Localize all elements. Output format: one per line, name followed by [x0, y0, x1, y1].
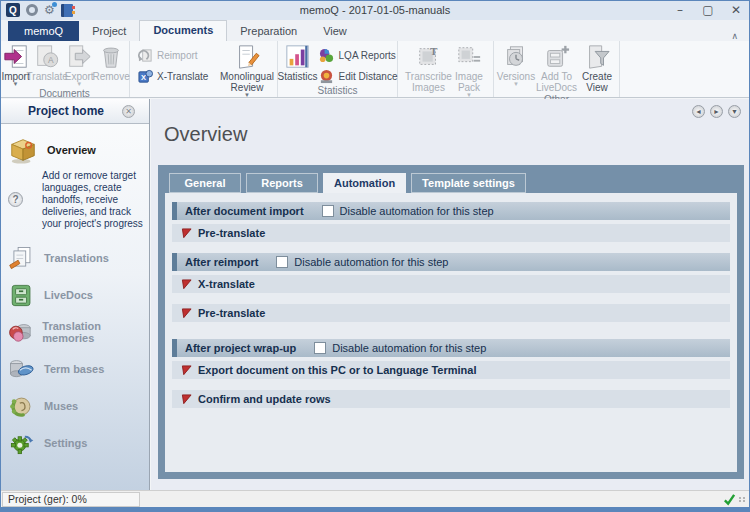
forward-icon[interactable]: ►	[710, 105, 723, 118]
edit-distance-icon	[319, 68, 335, 84]
section-after-project-wrapup: After project wrap-up Disable automation…	[172, 339, 730, 379]
export-button[interactable]: Export ▼	[65, 42, 94, 87]
sidebar-item-label: Translation memories	[42, 320, 149, 344]
sidebar-item-muses[interactable]: Muses	[0, 390, 149, 422]
tab-memoq[interactable]: memoQ	[8, 21, 79, 41]
tab-view[interactable]: View	[310, 22, 360, 41]
workspace: Project home ✕ Overview ? Add or remove …	[0, 99, 750, 490]
transcribe-images-button[interactable]: T Transcribe Images	[406, 42, 452, 93]
disable-automation-label[interactable]: Disable automation for this step	[340, 205, 494, 217]
export-icon	[66, 44, 92, 70]
sidebar-title: Project home	[0, 104, 122, 118]
sidebar-header: Project home ✕	[0, 99, 149, 124]
image-pack-icon	[456, 44, 482, 70]
sidebar-item-livedocs[interactable]: LiveDocs	[0, 279, 149, 311]
resize-grip[interactable]	[739, 497, 746, 502]
section-title: After document import	[185, 205, 304, 217]
disable-automation-checkbox[interactable]	[314, 342, 326, 354]
create-view-icon	[584, 44, 610, 70]
translation-memories-icon	[8, 319, 33, 346]
reimport-button[interactable]: Reimport	[137, 47, 223, 63]
automation-step-row[interactable]: Confirm and update rows	[172, 390, 730, 408]
help-icon[interactable]: ?	[8, 192, 23, 207]
statistics-button[interactable]: Statistics	[278, 42, 318, 82]
edit-distance-label: Edit Distance	[339, 71, 398, 82]
notebook-icon[interactable]	[61, 4, 73, 17]
automation-step-row[interactable]: Pre-translate	[172, 224, 730, 242]
ribbon-tab-row: memoQ Project Documents Preparation View…	[0, 20, 750, 41]
back-icon[interactable]: ◄	[692, 105, 705, 118]
tab-reports[interactable]: Reports	[246, 173, 318, 193]
settings-gear-icon	[8, 430, 35, 457]
flag-icon	[181, 365, 192, 376]
ribbon-group-other: Versions ▼ Add To LiveDocs Create View O…	[494, 41, 620, 97]
overview-panel: General Reports Automation Template sett…	[158, 165, 744, 479]
tab-automation[interactable]: Automation	[323, 173, 406, 193]
minimize-button[interactable]: –	[666, 1, 694, 20]
disable-automation-checkbox[interactable]	[276, 256, 288, 268]
collapse-ribbon-icon[interactable]: ∧	[731, 31, 750, 41]
section-header: After project wrap-up Disable automation…	[172, 339, 730, 357]
sidebar-item-translations[interactable]: Translations	[0, 242, 149, 274]
close-pane-icon[interactable]: ✕	[122, 105, 135, 118]
x-translate-button[interactable]: X X-Translate	[137, 68, 223, 84]
sidebar-item-settings[interactable]: Settings	[0, 427, 149, 459]
tab-project[interactable]: Project	[79, 22, 139, 41]
title-bar: Q ⚙ memoQ - 2017-01-05-manuals – ▢ ✕	[0, 0, 750, 20]
sidebar-item-translation-memories[interactable]: Translation memories	[0, 316, 149, 348]
maximize-button[interactable]: ▢	[694, 1, 722, 20]
section-title: After project wrap-up	[185, 342, 296, 354]
sidebar-item-overview[interactable]: Overview	[0, 134, 149, 166]
image-pack-button[interactable]: Image Pack ▼	[453, 42, 486, 98]
x-translate-icon: X	[137, 68, 153, 84]
history-dropdown-icon[interactable]: ▼	[728, 105, 741, 118]
step-label: Pre-translate	[198, 227, 265, 239]
monolingual-review-button[interactable]: Monolingual Review ▼	[224, 42, 270, 98]
status-check-icon	[723, 493, 736, 506]
disable-automation-label[interactable]: Disable automation for this step	[332, 342, 486, 354]
step-label: X-translate	[198, 278, 255, 290]
translate-button[interactable]: A Translate	[31, 42, 64, 82]
tab-preparation[interactable]: Preparation	[227, 22, 310, 41]
automation-step-row[interactable]: X-translate	[172, 275, 730, 293]
create-view-button[interactable]: Create View	[581, 42, 614, 93]
overview-box-icon	[8, 135, 38, 165]
transcribe-images-icon: T	[416, 44, 442, 70]
ribbon-group-images: T Transcribe Images Image Pack ▼ Images	[398, 41, 494, 97]
globe-icon[interactable]	[26, 4, 38, 16]
lqa-reports-button[interactable]: LQA Reports	[319, 47, 398, 63]
versions-button[interactable]: Versions ▼	[500, 42, 533, 87]
automation-step-row[interactable]: Pre-translate	[172, 304, 730, 322]
transcribe-images-label: Transcribe Images	[405, 71, 452, 93]
edit-distance-button[interactable]: Edit Distance	[319, 68, 398, 84]
tab-general[interactable]: General	[169, 173, 241, 193]
sidebar-item-label: Overview	[47, 144, 96, 156]
section-confirm-update: Confirm and update rows	[172, 390, 730, 408]
section-header: After document import Disable automation…	[172, 202, 730, 220]
import-icon	[3, 44, 29, 70]
project-home-sidebar: Project home ✕ Overview ? Add or remove …	[0, 99, 150, 490]
sidebar-item-term-bases[interactable]: Term bases	[0, 353, 149, 385]
add-to-livedocs-button[interactable]: Add To LiveDocs	[534, 42, 580, 93]
svg-text:X: X	[141, 73, 146, 82]
step-label: Pre-translate	[198, 307, 265, 319]
close-button[interactable]: ✕	[722, 1, 750, 20]
disable-automation-checkbox[interactable]	[322, 205, 334, 217]
remove-button[interactable]: Remove	[95, 42, 128, 82]
section-after-reimport: After reimport Disable automation for th…	[172, 253, 730, 293]
sidebar-item-label: Muses	[44, 400, 78, 412]
memoq-logo-icon[interactable]: Q	[6, 3, 20, 17]
disable-automation-label[interactable]: Disable automation for this step	[294, 256, 448, 268]
sidebar-item-label: Translations	[44, 252, 109, 264]
flag-icon	[181, 228, 192, 239]
tab-documents[interactable]: Documents	[139, 20, 227, 41]
import-button[interactable]: Import ▼	[1, 42, 29, 87]
tab-template-settings[interactable]: Template settings	[411, 173, 526, 193]
remove-label: Remove	[93, 71, 130, 82]
statistics-label: Statistics	[278, 71, 318, 82]
automation-step-row[interactable]: Export document on this PC or to Languag…	[172, 361, 730, 379]
step-label: Confirm and update rows	[198, 393, 331, 405]
resources-gear-icon[interactable]: ⚙	[44, 4, 55, 16]
monolingual-review-label: Monolingual Review	[220, 71, 274, 93]
automation-tab-content: After document import Disable automation…	[165, 193, 737, 472]
